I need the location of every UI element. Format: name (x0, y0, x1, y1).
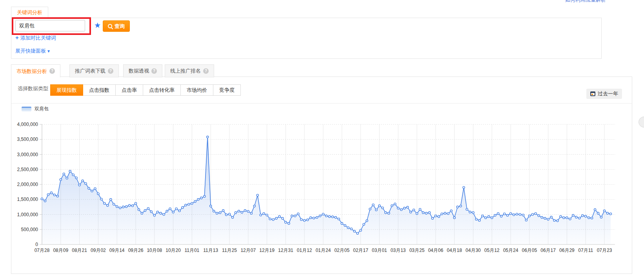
tab-label: 市场数据分析 (16, 65, 47, 77)
svg-text:03月13: 03月13 (391, 248, 406, 253)
svg-text:06月17: 06月17 (540, 248, 556, 253)
svg-text:1,500,000: 1,500,000 (17, 197, 38, 202)
data-type-cvr[interactable]: 点击转化率 (143, 84, 181, 96)
svg-text:08月09: 08月09 (53, 248, 68, 253)
svg-text:05月24: 05月24 (503, 248, 518, 253)
svg-text:06月05: 06月05 (522, 248, 537, 253)
svg-text:06月29: 06月29 (559, 248, 575, 253)
svg-text:11月13: 11月13 (203, 248, 218, 253)
svg-text:03月01: 03月01 (372, 248, 387, 253)
add-compare-label: 添加对比关键词 (20, 35, 56, 41)
help-icon[interactable]: ? (108, 68, 113, 74)
chevron-down-icon: ▼ (47, 49, 51, 53)
tab-keyword-analysis[interactable]: 关键词分析 (11, 7, 48, 18)
legend-label: 双肩包 (35, 106, 49, 112)
tab-label: 线上推广排名 (170, 65, 201, 77)
svg-text:11月01: 11月01 (184, 248, 199, 253)
legend-item-backpack[interactable]: 双肩包 (22, 106, 49, 112)
svg-text:07月28: 07月28 (35, 248, 50, 253)
add-compare-keyword-link[interactable]: +添加对比关键词 (15, 34, 56, 42)
svg-text:01月24: 01月24 (316, 248, 331, 253)
data-type-click-index[interactable]: 点击指数 (83, 84, 116, 96)
flow-analysis-help-link[interactable]: 如何利用流量解析 (565, 0, 606, 4)
data-type-button-group: 展现指数 点击指数 点击率 点击转化率 市场均价 竞争度 (51, 84, 241, 96)
data-type-competition[interactable]: 竞争度 (213, 84, 241, 96)
tab-label: 数据透视 (129, 65, 149, 77)
help-icon[interactable]: ? (151, 68, 157, 74)
plus-icon: + (15, 34, 19, 41)
favorite-star-icon[interactable]: ★ (94, 20, 101, 31)
date-range-label: 过去一年 (598, 90, 618, 97)
trend-chart-svg[interactable]: 07月2808月0908月2109月0209月1409月2610月0810月20… (11, 112, 631, 267)
svg-text:09月14: 09月14 (109, 248, 125, 253)
tab-market-data-analysis[interactable]: 市场数据分析 ? (11, 64, 60, 77)
data-type-market-avg-price[interactable]: 市场均价 (180, 84, 213, 96)
legend-swatch-icon (22, 107, 31, 111)
svg-text:12月07: 12月07 (240, 248, 256, 253)
svg-text:3,500,000: 3,500,000 (17, 137, 38, 142)
svg-text:02月05: 02月05 (334, 248, 349, 253)
help-icon[interactable]: ? (203, 68, 209, 74)
svg-text:4,000,000: 4,000,000 (17, 122, 38, 127)
data-type-selector-label: 选择数据类型： (18, 85, 53, 92)
query-button[interactable]: 查询 (103, 20, 130, 32)
svg-text:09月26: 09月26 (128, 248, 144, 253)
svg-text:0: 0 (35, 242, 38, 247)
svg-text:12月31: 12月31 (278, 248, 293, 253)
date-range-button[interactable]: 过去一年 (586, 89, 622, 99)
svg-text:04月18: 04月18 (447, 248, 462, 253)
svg-text:01月12: 01月12 (297, 248, 312, 253)
svg-text:05月12: 05月12 (484, 248, 500, 253)
data-type-impression-index[interactable]: 展现指数 (50, 84, 83, 96)
toolbar-divider (11, 103, 632, 104)
svg-text:10月20: 10月20 (166, 248, 181, 253)
svg-text:04月06: 04月06 (428, 248, 443, 253)
svg-text:12月19: 12月19 (259, 248, 275, 253)
svg-text:10月08: 10月08 (147, 248, 162, 253)
svg-text:500,000: 500,000 (21, 227, 38, 232)
floating-widget[interactable] (639, 117, 644, 128)
svg-text:04月30: 04月30 (466, 248, 481, 253)
market-data-panel: 选择数据类型： 展现指数 点击指数 点击率 点击转化率 市场均价 竞争度 过去一… (11, 77, 632, 274)
tab-promo-wordlist-download[interactable]: 推广词表下载 ? (69, 64, 119, 77)
svg-text:11月25: 11月25 (222, 248, 237, 253)
tab-online-promo-ranking[interactable]: 线上推广排名 ? (165, 64, 214, 77)
svg-text:02月17: 02月17 (353, 248, 368, 253)
tab-label: 推广词表下载 (75, 65, 106, 77)
query-button-label: 查询 (115, 23, 125, 30)
calendar-icon (590, 91, 595, 96)
svg-text:1,000,000: 1,000,000 (17, 212, 38, 217)
svg-text:07月23: 07月23 (597, 248, 612, 253)
svg-text:07月11: 07月11 (578, 248, 593, 253)
svg-text:2,000,000: 2,000,000 (17, 182, 38, 187)
svg-text:3,000,000: 3,000,000 (17, 152, 38, 157)
help-icon[interactable]: ? (49, 68, 55, 74)
svg-text:08月21: 08月21 (72, 248, 87, 253)
search-icon (108, 24, 112, 28)
expand-panel-label: 展开快捷面板 (15, 48, 46, 54)
keyword-input[interactable] (15, 20, 85, 31)
expand-quick-panel-link[interactable]: 展开快捷面板▼ (15, 47, 51, 55)
svg-text:09月02: 09月02 (91, 248, 106, 253)
tab-data-pivot[interactable]: 数据透视 ? (123, 64, 162, 77)
data-type-ctr[interactable]: 点击率 (115, 84, 143, 96)
svg-text:03月25: 03月25 (409, 248, 425, 253)
svg-text:2,500,000: 2,500,000 (17, 167, 38, 172)
